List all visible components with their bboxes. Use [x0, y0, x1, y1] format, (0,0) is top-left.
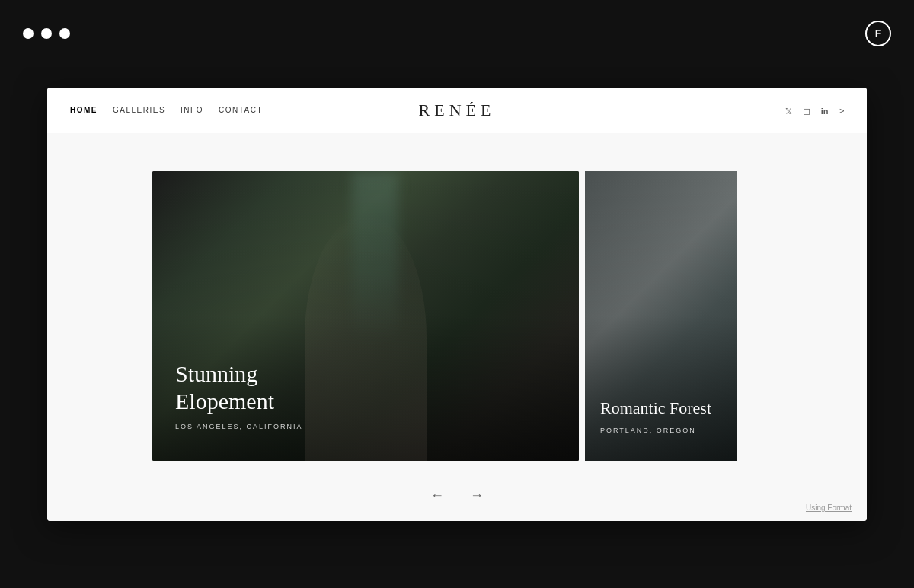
secondary-card-text: Romantic Forest PORTLAND, OREGON	[600, 398, 730, 433]
secondary-card-title: Romantic Forest	[600, 398, 730, 418]
frame-right	[867, 67, 914, 588]
main-card-subtitle: LOS ANGELES, CALIFORNIA	[175, 423, 303, 430]
navigation: HOME GALLERIES INFO CONTACT RENÉE	[47, 88, 867, 133]
top-bar: F	[0, 0, 914, 67]
nav-info[interactable]: INFO	[181, 106, 203, 114]
window-dots	[23, 28, 70, 39]
instagram-icon[interactable]	[803, 104, 810, 117]
main-card-text: Stunning Elopement LOS ANGELES, CALIFORN…	[175, 360, 303, 430]
secondary-card-subtitle: PORTLAND, OREGON	[600, 427, 730, 434]
browser-window: HOME GALLERIES INFO CONTACT RENÉE	[47, 88, 867, 521]
prev-arrow-button[interactable]: ←	[427, 484, 448, 506]
nav-home[interactable]: HOME	[70, 106, 97, 114]
main-gallery-card[interactable]: Stunning Elopement LOS ANGELES, CALIFORN…	[152, 171, 579, 461]
dot-2	[41, 28, 52, 39]
site-brand: RENÉE	[419, 101, 496, 120]
main-card-title: Stunning Elopement	[175, 360, 303, 415]
nav-contact[interactable]: CONTACT	[219, 106, 263, 114]
nav-left: HOME GALLERIES INFO CONTACT	[70, 106, 263, 114]
main-content: Stunning Elopement LOS ANGELES, CALIFORN…	[47, 133, 867, 521]
frame-bottom	[0, 521, 914, 588]
gallery-container: Stunning Elopement LOS ANGELES, CALIFORN…	[152, 171, 762, 461]
linkedin-icon[interactable]	[821, 104, 829, 117]
dot-1	[23, 28, 34, 39]
format-badge: F	[865, 21, 891, 46]
gallery-area: Stunning Elopement LOS ANGELES, CALIFORN…	[47, 164, 867, 468]
gallery-nav-arrows: ← →	[427, 484, 487, 506]
nav-galleries[interactable]: GALLERIES	[113, 106, 165, 114]
frame-left	[0, 67, 47, 588]
nav-social	[785, 104, 844, 117]
using-format-link[interactable]: Using Format	[806, 503, 852, 512]
secondary-gallery-card[interactable]: Romantic Forest PORTLAND, OREGON	[585, 171, 737, 461]
dot-3	[59, 28, 70, 39]
share-icon[interactable]	[839, 104, 844, 117]
twitter-icon[interactable]	[785, 104, 792, 117]
next-arrow-button[interactable]: →	[466, 484, 487, 506]
